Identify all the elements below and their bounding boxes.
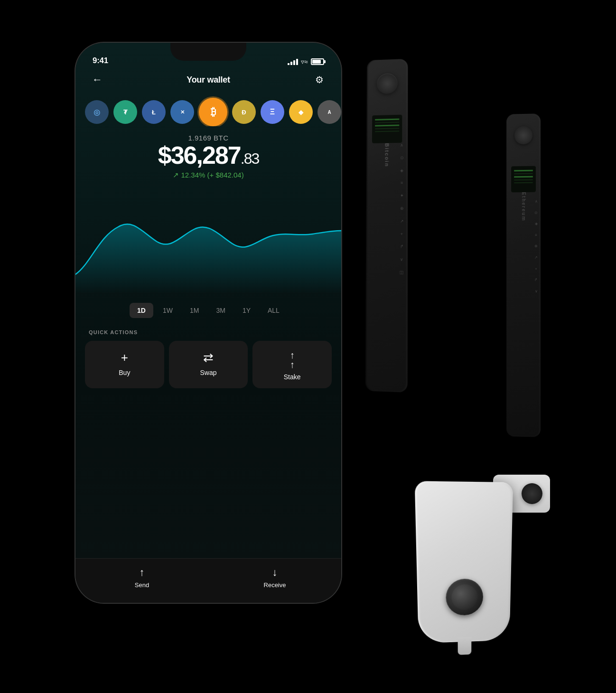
status-icons: ▿≈ xyxy=(288,58,324,66)
quick-actions-label: QUICK ACTIONS xyxy=(75,329,341,341)
page-title: Your wallet xyxy=(187,75,230,85)
receive-label: Receive xyxy=(264,581,286,589)
phone-device: 9:41 ▿≈ ← Your wallet ⚙ ◎ xyxy=(75,43,341,603)
fiat-balance: $36,287.83 xyxy=(75,142,341,169)
back-button[interactable]: ← xyxy=(89,71,106,88)
coin-item-bitcoin-active[interactable]: ₿ xyxy=(199,98,227,126)
change-amount: (+ $842.04) xyxy=(207,171,244,179)
bottom-bar: ↑ Send ↓ Receive xyxy=(75,558,341,603)
price-chart xyxy=(75,189,341,293)
nano-x1-label: Bitcoin xyxy=(384,143,390,168)
status-time: 9:41 xyxy=(93,56,108,66)
action-buttons: + Buy ⇄ Swap ↑↑ Stake xyxy=(75,341,341,400)
scene: 9:41 ▿≈ ← Your wallet ⚙ ◎ xyxy=(47,19,569,674)
nano-small-button xyxy=(522,483,542,504)
buy-button[interactable]: + Buy xyxy=(85,341,164,388)
coin-item-ethereum[interactable]: Ξ xyxy=(261,100,284,124)
nano-x1-screen xyxy=(372,115,402,143)
nano-s-button xyxy=(446,579,483,616)
nano-x2-screen xyxy=(511,166,536,193)
wifi-icon: ▿≈ xyxy=(301,58,308,66)
crypto-balance: 1.9169 BTC xyxy=(75,134,341,142)
phone-header: ← Your wallet ⚙ xyxy=(75,69,341,88)
coin-item-bnb[interactable]: ◆ xyxy=(289,100,313,124)
nano-x1-top-button xyxy=(377,73,397,94)
receive-button[interactable]: ↓ Receive xyxy=(208,566,341,589)
signal-icon xyxy=(288,58,298,65)
fiat-main: $36,287 xyxy=(158,141,241,169)
coin-item-litecoin[interactable]: Ł xyxy=(142,100,166,124)
swap-label: Swap xyxy=(200,369,216,376)
time-btn-1w[interactable]: 1W xyxy=(155,303,180,318)
send-button[interactable]: ↑ Send xyxy=(75,566,208,589)
buy-label: Buy xyxy=(119,369,130,376)
chart-svg xyxy=(75,189,341,293)
nano-s-connector xyxy=(458,637,472,655)
time-period-selector: 1D 1W 1M 3M 1Y ALL xyxy=(75,293,341,329)
stake-button[interactable]: ↑↑ Stake xyxy=(252,341,332,388)
nano-x1-controls: ∧ ⊙ ◈ ≡ ✦ ⊕ ↗ + ↱ ∨ ◫ xyxy=(400,143,404,275)
coin-row: ◎ ₮ Ł ✕ ₿ Ð Ξ ◆ A xyxy=(75,88,341,126)
phone-screen: 9:41 ▿≈ ← Your wallet ⚙ ◎ xyxy=(75,43,341,603)
nano-x-device-2: Ethereum ∧ ⊙ ◈ ≡ ⊕ ↗ + ↱ ∨ xyxy=(506,113,541,437)
balance-section: 1.9169 BTC $36,287.83 ↗ 12.34% (+ $842.0… xyxy=(75,126,341,181)
phone-notch xyxy=(170,43,246,61)
coin-item-tether[interactable]: ₮ xyxy=(113,100,137,124)
time-btn-1y[interactable]: 1Y xyxy=(235,303,258,318)
swap-button[interactable]: ⇄ Swap xyxy=(169,341,248,388)
coin-item-algo[interactable]: A xyxy=(317,100,341,124)
stake-label: Stake xyxy=(284,373,301,381)
coin-item-other[interactable]: ◎ xyxy=(85,100,109,124)
time-btn-3m[interactable]: 3M xyxy=(208,303,233,318)
nano-x2-top-button xyxy=(514,126,532,145)
stake-icon: ↑↑ xyxy=(290,350,295,369)
balance-change: ↗ 12.34% (+ $842.04) xyxy=(75,171,341,179)
swap-icon: ⇄ xyxy=(203,350,214,365)
fiat-cents: .83 xyxy=(241,150,259,167)
send-icon: ↑ xyxy=(140,566,145,579)
time-btn-1d[interactable]: 1D xyxy=(130,303,153,318)
nano-x-device-1: Bitcoin ∧ ⊙ ◈ ≡ ✦ ⊕ ↗ + ↱ ∨ ◫ xyxy=(365,59,408,393)
time-btn-all[interactable]: ALL xyxy=(260,303,287,318)
settings-button[interactable]: ⚙ xyxy=(311,71,328,88)
nano-x2-label: Ethereum xyxy=(521,192,526,221)
time-btn-1m[interactable]: 1M xyxy=(182,303,206,318)
receive-icon: ↓ xyxy=(272,566,278,579)
change-percent: ↗ 12.34% xyxy=(173,171,205,179)
battery-icon xyxy=(311,58,324,65)
buy-icon: + xyxy=(121,350,128,365)
send-label: Send xyxy=(135,581,149,589)
nano-s-device xyxy=(415,481,513,643)
coin-item-dogecoin[interactable]: Ð xyxy=(232,100,256,124)
coin-item-xrp[interactable]: ✕ xyxy=(170,100,194,124)
